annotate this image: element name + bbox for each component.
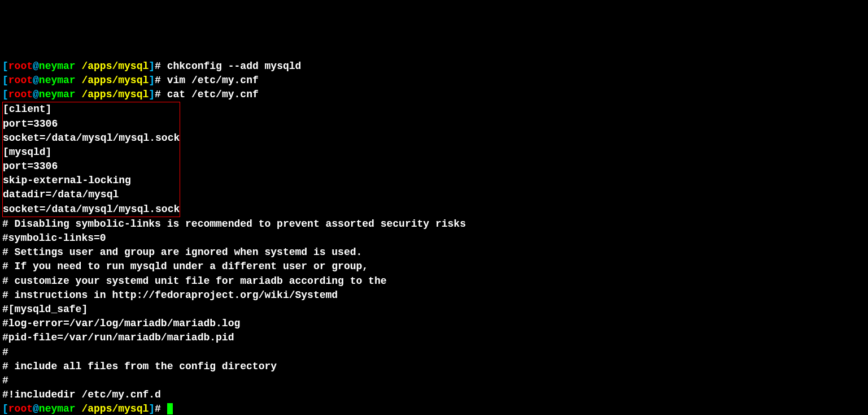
prompt-hash: # [155,75,167,86]
config-line: [client] [3,102,180,116]
prompt-path: /apps/mysql [76,89,149,100]
prompt-bracket-close: ] [149,75,155,86]
config-line: datadir=/data/mysql [3,188,180,202]
prompt-host: neymar [39,60,76,72]
output-line: # customize your systemd unit file for m… [2,274,866,288]
output-line: # [2,345,866,360]
prompt-at: @ [33,75,39,86]
output-line: # If you need to run mysqld under a diff… [2,260,866,274]
output-line: #!includedir /etc/my.cnf.d [2,388,866,402]
cursor-icon [167,403,173,414]
prompt-bracket-open: [ [2,60,8,72]
prompt-user: root [8,75,33,86]
command-2: vim /etc/my.cnf [167,75,259,86]
output-line: #symbolic-links=0 [2,231,866,245]
command-1: chkconfig --add mysqld [167,60,302,72]
config-line: port=3306 [3,159,180,174]
output-line: # [2,374,866,388]
highlighted-config-block: [client]port=3306socket=/data/mysql/mysq… [2,102,180,217]
config-line: socket=/data/mysql/mysql.sock [3,131,180,145]
config-line: port=3306 [3,117,180,131]
prompt-hash: # [155,60,167,72]
prompt-host: neymar [39,89,76,100]
prompt-line-1: [root@neymar /apps/mysql]# chkconfig --a… [2,59,866,74]
prompt-line-2: [root@neymar /apps/mysql]# vim /etc/my.c… [2,74,866,88]
prompt-user: root [8,60,33,72]
output-line: # include all files from the config dire… [2,360,866,374]
config-line: [mysqld] [3,145,180,159]
config-line: skip-external-locking [3,174,180,188]
prompt-at: @ [33,89,39,100]
terminal-window[interactable]: [root@neymar /apps/mysql]# chkconfig --a… [2,59,866,415]
output-line: #[mysqld_safe] [2,302,866,317]
prompt-at: @ [33,60,39,72]
prompt-path: /apps/mysql [76,403,149,414]
prompt-user: root [8,403,33,414]
prompt-bracket-open: [ [2,75,8,86]
prompt-host: neymar [39,403,76,414]
prompt-hash: # [155,89,167,100]
prompt-path: /apps/mysql [76,60,149,72]
prompt-line-active[interactable]: [root@neymar /apps/mysql]# [2,402,866,415]
output-line: # Settings user and group are ignored wh… [2,245,866,260]
config-line: socket=/data/mysql/mysql.sock [3,202,180,217]
output-line: #pid-file=/var/run/mariadb/mariadb.pid [2,331,866,345]
prompt-bracket-close: ] [149,89,155,100]
command-3: cat /etc/my.cnf [167,89,259,100]
prompt-at: @ [33,403,39,414]
prompt-user: root [8,89,33,100]
output-line: # Disabling symbolic-links is recommende… [2,217,866,231]
prompt-line-3: [root@neymar /apps/mysql]# cat /etc/my.c… [2,88,866,102]
prompt-host: neymar [39,75,76,86]
prompt-bracket-close: ] [149,60,155,72]
output-line: # instructions in http://fedoraproject.o… [2,288,866,302]
prompt-path: /apps/mysql [76,75,149,86]
prompt-bracket-open: [ [2,89,8,100]
prompt-bracket-open: [ [2,403,8,414]
prompt-hash: # [155,403,167,414]
prompt-bracket-close: ] [149,403,155,414]
output-line: #log-error=/var/log/mariadb/mariadb.log [2,317,866,331]
